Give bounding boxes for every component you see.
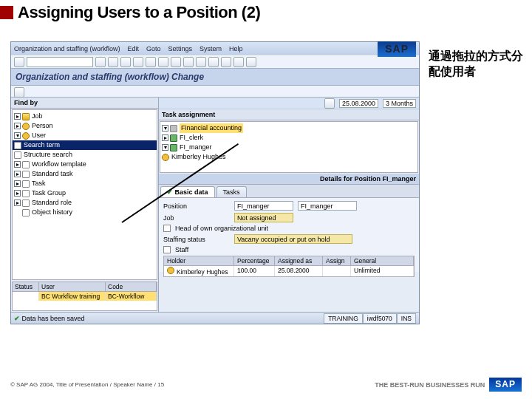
find-by-tree[interactable]: ▸Job ▸Person ▾User Search term Structure… bbox=[12, 109, 157, 280]
expand-icon[interactable]: ▸ bbox=[14, 190, 21, 197]
history-icon bbox=[22, 209, 30, 216]
col-code[interactable]: Code bbox=[106, 282, 157, 291]
structure-icon bbox=[14, 151, 21, 159]
input-position-name[interactable]: FI_manger bbox=[298, 201, 357, 211]
col-status[interactable]: Status bbox=[13, 282, 39, 291]
menu-edit[interactable]: Edit bbox=[127, 45, 139, 52]
shortcut-icon[interactable] bbox=[233, 57, 244, 67]
tab-basic-data[interactable]: ✔ Basic data bbox=[160, 186, 215, 197]
holder-table-header: Holder Percentage Assigned as Assign Gen… bbox=[163, 256, 415, 266]
find-by-header: Find by bbox=[11, 98, 158, 109]
label-staff-status: Staffing status bbox=[163, 236, 230, 243]
menu-org[interactable]: Organization and staffing (workflow) bbox=[14, 45, 120, 52]
col-assigned[interactable]: Assigned as bbox=[275, 256, 323, 265]
tree-node-pos-manager[interactable]: FI_manger bbox=[180, 143, 212, 152]
cancel-icon[interactable] bbox=[133, 57, 143, 67]
assignment-tree[interactable]: ▾Financial accounting ▸FI_clerk ▾FI_mang… bbox=[160, 121, 418, 173]
result-grid[interactable]: BC Workflow training BC-Workflow bbox=[12, 292, 157, 311]
cell-percentage[interactable]: 100.00 bbox=[234, 266, 275, 276]
success-icon: ✔ bbox=[14, 315, 22, 322]
menu-help[interactable]: Help bbox=[229, 45, 243, 52]
col-assign[interactable]: Assign bbox=[323, 256, 351, 265]
prev-page-icon[interactable] bbox=[183, 57, 194, 67]
expand-icon[interactable]: ▸ bbox=[162, 134, 168, 141]
save-icon[interactable] bbox=[95, 57, 106, 67]
right-pane: 25.08.2000 3 Months Task assignment ▾Fin… bbox=[159, 98, 419, 312]
tree-node-task[interactable]: Task bbox=[32, 179, 46, 188]
label-staff: Staff bbox=[175, 246, 188, 253]
task-assignment-header: Task assignment bbox=[159, 109, 419, 120]
tree-node-wf-template[interactable]: Workflow template bbox=[32, 160, 86, 169]
field-staff-status: Vacany occupied or put on hold bbox=[234, 234, 352, 244]
taskgroup-icon bbox=[22, 190, 30, 197]
date-nav-prev-icon[interactable] bbox=[324, 98, 335, 109]
expand-icon[interactable]: ▸ bbox=[14, 161, 21, 168]
collapse-icon[interactable]: ▾ bbox=[14, 132, 21, 139]
footer-tagline: THE BEST-RUN BUSINESSES RUN bbox=[375, 381, 485, 389]
tree-node-search-term[interactable]: Search term bbox=[24, 140, 60, 150]
role-icon bbox=[22, 200, 30, 207]
next-page-icon[interactable] bbox=[196, 57, 206, 67]
help-icon[interactable] bbox=[246, 57, 256, 67]
tree-node-object-history[interactable]: Object history bbox=[32, 208, 72, 217]
tree-node-job[interactable]: Job bbox=[32, 112, 43, 121]
tab-tasks[interactable]: Tasks bbox=[216, 186, 247, 197]
tree-node-org[interactable]: Financial accounting bbox=[180, 123, 243, 133]
holder-table-row[interactable]: Kimberley Hughes 100.00 25.08.2000 Unlim… bbox=[163, 266, 415, 277]
expand-icon[interactable]: ▸ bbox=[14, 113, 21, 120]
task-icon bbox=[22, 180, 30, 188]
command-field[interactable] bbox=[27, 57, 93, 67]
label-position: Position bbox=[163, 202, 230, 210]
cell-unlimited: Unlimited bbox=[351, 266, 414, 276]
cell-assigned-date[interactable]: 25.08.2000 bbox=[275, 266, 323, 276]
expand-icon[interactable]: ▸ bbox=[14, 123, 21, 129]
status-system: iwdf5070 bbox=[363, 313, 397, 324]
grid-cell-user[interactable]: BC Workflow training bbox=[39, 292, 106, 301]
grid-cell-code[interactable]: BC-Workflow bbox=[106, 292, 157, 301]
user-icon bbox=[22, 132, 30, 140]
tree-node-user[interactable]: User bbox=[32, 131, 46, 140]
standard-toolbar bbox=[11, 55, 419, 69]
last-page-icon[interactable] bbox=[208, 57, 219, 67]
tree-node-user-kimberley[interactable]: Kimberley Hughes bbox=[171, 152, 226, 162]
input-position-code[interactable]: FI_manger bbox=[234, 201, 293, 211]
status-bar: ✔ Data has been saved TRAINING iwdf5070 … bbox=[11, 312, 419, 324]
back-icon[interactable] bbox=[108, 57, 118, 67]
menu-settings[interactable]: Settings bbox=[168, 45, 192, 52]
col-user[interactable]: User bbox=[39, 282, 106, 291]
col-general[interactable]: General bbox=[351, 256, 414, 265]
expand-icon[interactable]: ▸ bbox=[14, 180, 21, 187]
slide-title: Assigning Users to a Position (2) bbox=[18, 3, 260, 22]
app-tool-icon[interactable] bbox=[14, 87, 24, 98]
first-page-icon[interactable] bbox=[171, 57, 181, 67]
tree-node-task-group[interactable]: Task Group bbox=[32, 188, 66, 198]
tree-node-std-task[interactable]: Standard task bbox=[32, 169, 73, 179]
collapse-icon[interactable]: ▾ bbox=[162, 144, 168, 151]
position-icon bbox=[170, 144, 177, 151]
menu-system[interactable]: System bbox=[200, 45, 222, 52]
tree-node-std-role[interactable]: Standard role bbox=[32, 198, 72, 208]
expand-icon[interactable]: ▸ bbox=[14, 200, 21, 206]
exit-icon[interactable] bbox=[120, 57, 131, 67]
tree-node-pos-clerk[interactable]: FI_clerk bbox=[180, 133, 203, 143]
period-field[interactable]: 3 Months bbox=[383, 99, 416, 108]
menu-goto[interactable]: Goto bbox=[146, 45, 161, 52]
search-icon bbox=[14, 142, 21, 149]
collapse-icon[interactable]: ▾ bbox=[162, 125, 168, 132]
key-date-field[interactable]: 25.08.2000 bbox=[339, 99, 378, 108]
enter-icon[interactable] bbox=[14, 57, 24, 67]
slide-bullet bbox=[0, 6, 13, 19]
checkbox-staff[interactable] bbox=[163, 246, 171, 253]
expand-icon[interactable]: ▸ bbox=[14, 171, 21, 177]
left-pane: Find by ▸Job ▸Person ▾User Search term S… bbox=[11, 98, 159, 312]
col-holder[interactable]: Holder bbox=[164, 256, 234, 265]
cell-holder: Kimberley Hughes bbox=[177, 268, 228, 276]
person-icon bbox=[22, 123, 30, 130]
find-icon[interactable] bbox=[158, 57, 168, 67]
new-session-icon[interactable] bbox=[221, 57, 231, 67]
checkbox-head[interactable] bbox=[163, 225, 171, 232]
print-icon[interactable] bbox=[146, 57, 156, 67]
tree-node-structure-search[interactable]: Structure search bbox=[24, 150, 72, 160]
tree-node-person[interactable]: Person bbox=[32, 121, 53, 131]
col-percentage[interactable]: Percentage bbox=[234, 256, 275, 265]
